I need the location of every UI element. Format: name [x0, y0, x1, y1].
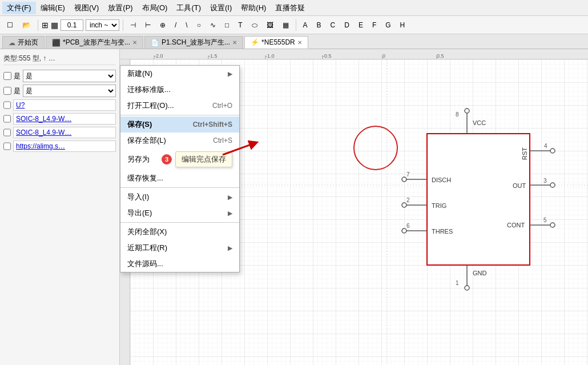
tool-e[interactable]: E: [355, 19, 367, 31]
tool-10[interactable]: ⬭: [248, 19, 261, 31]
menu-file[interactable]: 文件(F): [2, 2, 36, 14]
tab-sch[interactable]: 📄 P1.SCH_波形与产生... ✕: [144, 36, 243, 49]
new-button[interactable]: ☐: [3, 19, 17, 31]
dd-new[interactable]: 新建(N) ▶: [120, 66, 239, 82]
prop-check-fp1[interactable]: [3, 115, 11, 123]
prop-row-fp1: SOIC-8_L4.9-W…: [3, 113, 116, 125]
svg-point-7: [465, 109, 469, 113]
svg-text:1: 1: [456, 280, 459, 286]
svg-text:4: 4: [544, 143, 547, 149]
tool-4[interactable]: /: [171, 19, 180, 31]
svg-line-39: [223, 143, 254, 155]
tool-3[interactable]: ⊕: [156, 19, 169, 31]
svg-text:2: 2: [406, 197, 410, 203]
panel-resize-handle[interactable]: [117, 49, 119, 365]
tool-5[interactable]: \: [182, 19, 191, 31]
open-button[interactable]: 📂: [19, 19, 34, 31]
grid-input[interactable]: 0.1: [61, 19, 83, 31]
tab-sch-icon: 📄: [151, 39, 159, 47]
prop-row-ref: U?: [3, 99, 116, 111]
tool-6[interactable]: ○: [194, 19, 204, 31]
ruler-h-inner: -2.0 -1.5 -1.0 -0.5 0 0.5: [120, 49, 588, 59]
menu-place[interactable]: 放置(P): [103, 2, 137, 14]
ruler-label-5: 0: [382, 53, 385, 59]
tool-9[interactable]: T: [235, 19, 245, 31]
tab-pcb-icon: ⬛: [52, 39, 61, 47]
prop-row-1: 是 是 否: [3, 70, 116, 82]
tool-h[interactable]: H: [397, 19, 409, 31]
ruler-label-4: -0.5: [323, 53, 332, 59]
menu-live[interactable]: 直播答疑: [271, 2, 309, 14]
grid-icon: ⊞: [42, 21, 49, 30]
ruler-label-3: -1.0: [265, 53, 275, 59]
ruler-horizontal: -2.0 -1.5 -1.0 -0.5 0 0.5: [120, 49, 588, 59]
dd-migrate[interactable]: 迁移标准版...: [120, 82, 239, 98]
prop-ref-value[interactable]: U?: [13, 99, 116, 111]
dd-save-label: 保存(S): [127, 119, 152, 130]
left-panel-content: 类型:555 型, ↑ … 是 是 否 是 是 否: [0, 49, 119, 155]
svg-point-19: [550, 223, 555, 227]
tab-sch-label: P1.SCH_波形与产生...: [162, 38, 230, 47]
menu-tools[interactable]: 工具(T): [172, 2, 206, 14]
menu-view[interactable]: 视图(V): [70, 2, 103, 14]
sep1: [38, 19, 38, 31]
prop-check-link[interactable]: [3, 142, 11, 150]
tool-f[interactable]: F: [369, 19, 380, 31]
prop-select-1[interactable]: 是 否: [23, 70, 116, 82]
menu-settings[interactable]: 设置(I): [206, 2, 236, 14]
svg-text:5: 5: [543, 217, 547, 223]
tab-ne555[interactable]: ⚡ *NE555DR ✕: [244, 36, 308, 49]
menu-layout[interactable]: 布局(O): [138, 2, 172, 14]
dd-save[interactable]: 保存(S) Ctrl+Shift+S: [120, 117, 239, 133]
tool-a[interactable]: A: [300, 19, 311, 31]
svg-text:TRIG: TRIG: [432, 202, 446, 209]
menu-help[interactable]: 帮助(H): [236, 2, 271, 14]
tool-1[interactable]: ⊣: [127, 19, 139, 31]
tab-ne555-close[interactable]: ✕: [297, 39, 302, 46]
prop-check-1[interactable]: [3, 72, 11, 80]
dd-cache[interactable]: 缓存恢复...: [120, 170, 239, 186]
tab-sch-close[interactable]: ✕: [232, 39, 237, 46]
tool-2[interactable]: ⊢: [142, 19, 154, 31]
tabs-bar: ☁ 开始页 ⬛ *PCB_波形产生与变... ✕ 📄 P1.SCH_波形与产生.…: [0, 34, 588, 49]
tab-pcb[interactable]: ⬛ *PCB_波形产生与变... ✕: [46, 36, 143, 49]
prop-title: 类型:555 型, ↑ …: [3, 53, 116, 65]
prop-label-2: 是: [14, 86, 21, 96]
dd-closeall[interactable]: 关闭全部(X): [120, 224, 239, 240]
dd-recent[interactable]: 近期工程(R) ▶: [120, 240, 239, 256]
tool-8[interactable]: □: [221, 19, 232, 31]
prop-check-ref[interactable]: [3, 101, 11, 109]
tool-c[interactable]: C: [327, 19, 339, 31]
dd-sep3: [120, 222, 239, 223]
tool-b[interactable]: B: [313, 19, 325, 31]
prop-check-2[interactable]: [3, 87, 11, 95]
dd-open[interactable]: 打开工程(O)... Ctrl+O: [120, 98, 239, 114]
menu-edit[interactable]: 编辑(E): [36, 2, 70, 14]
tab-pcb-label: *PCB_波形产生与变...: [63, 38, 130, 47]
dd-new-arrow: ▶: [228, 70, 232, 78]
dd-source[interactable]: 文件源码...: [120, 256, 239, 272]
tool-img[interactable]: 🖼: [263, 19, 277, 31]
dd-source-label: 文件源码...: [127, 259, 163, 269]
tool-7[interactable]: ∿: [207, 19, 219, 31]
dd-open-label: 打开工程(O)...: [127, 101, 174, 111]
unit-select[interactable]: inch ~ mm ~ mil ~: [86, 19, 119, 31]
dd-closeall-label: 关闭全部(X): [127, 227, 167, 237]
prop-link-value[interactable]: https://alimg.s…: [13, 141, 116, 152]
svg-text:THRES: THRES: [432, 228, 453, 235]
prop-check-fp2[interactable]: [3, 129, 11, 137]
sep2: [123, 19, 123, 31]
tab-pcb-close[interactable]: ✕: [132, 39, 137, 46]
prop-fp2-value[interactable]: SOIC-8_L4.9-W…: [13, 127, 116, 138]
dd-import[interactable]: 导入(I) ▶: [120, 189, 239, 205]
canvas-area[interactable]: -2.0 -1.5 -1.0 -0.5 0 0.5 -0.5 0: [120, 49, 588, 365]
dd-export[interactable]: 导出(E) ▶: [120, 205, 239, 221]
prop-fp1-value[interactable]: SOIC-8_L4.9-W…: [13, 113, 116, 125]
tab-start[interactable]: ☁ 开始页: [2, 36, 45, 49]
tool-table[interactable]: ▦: [279, 19, 292, 31]
dd-migrate-label: 迁移标准版...: [127, 85, 171, 95]
prop-select-2[interactable]: 是 否: [23, 85, 116, 97]
tool-d[interactable]: D: [341, 19, 353, 31]
svg-rect-5: [427, 134, 530, 265]
tool-g[interactable]: G: [382, 19, 394, 31]
